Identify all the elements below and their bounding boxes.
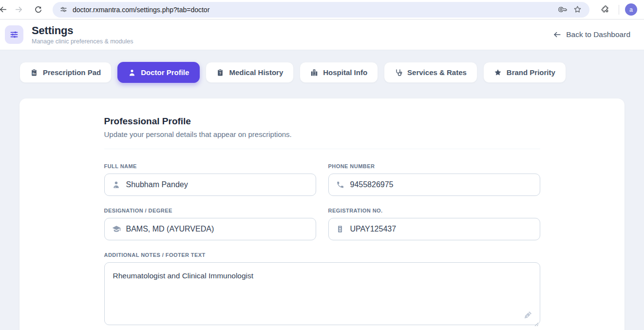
notes-field-group: ADDITIONAL NOTES / FOOTER TEXT Rheumatol… xyxy=(104,252,540,327)
reload-icon xyxy=(34,5,42,14)
notes-label: ADDITIONAL NOTES / FOOTER TEXT xyxy=(104,252,540,258)
tab-services-rates[interactable]: Services & Rates xyxy=(384,62,477,83)
browser-reload-button[interactable] xyxy=(30,2,46,18)
graduation-cap-icon xyxy=(112,225,121,233)
page-header: Settings Manage clinic preferences & mod… xyxy=(0,19,644,50)
tab-brand-priority[interactable]: Brand Priority xyxy=(483,62,566,83)
registration-field-group: REGISTRATION NO. xyxy=(328,208,540,240)
full-name-input[interactable] xyxy=(104,174,316,196)
tab-hospital-info[interactable]: Hospital Info xyxy=(300,62,378,83)
section-subtitle: Update your personal details that appear… xyxy=(104,130,540,138)
password-key-icon[interactable] xyxy=(555,3,570,17)
tab-prescription-pad[interactable]: Rx Prescription Pad xyxy=(19,62,112,83)
section-divider xyxy=(104,149,540,149)
arrow-right-icon xyxy=(14,5,23,14)
back-to-dashboard-link[interactable]: Back to Dashboard xyxy=(553,30,630,39)
extensions-puzzle-icon[interactable] xyxy=(597,2,613,18)
tab-doctor-profile[interactable]: Doctor Profile xyxy=(117,62,200,83)
phone-icon xyxy=(336,181,344,189)
phone-field-group: PHONE NUMBER xyxy=(328,163,540,196)
doctor-profile-card: Professional Profile Update your persona… xyxy=(19,98,625,330)
tab-medical-history[interactable]: ? Medical History xyxy=(206,62,294,83)
site-settings-icon[interactable] xyxy=(59,5,68,14)
full-name-field-group: FULL NAME xyxy=(104,163,316,196)
star-icon xyxy=(494,69,502,77)
toolbar-separator xyxy=(619,5,619,15)
browser-forward-button[interactable] xyxy=(11,2,26,18)
registration-label: REGISTRATION NO. xyxy=(328,208,540,214)
profile-form: FULL NAME PHONE NUMBER DES xyxy=(104,163,540,327)
phone-label: PHONE NUMBER xyxy=(328,163,540,169)
settings-sliders-icon xyxy=(5,25,23,44)
id-badge-icon xyxy=(336,225,344,233)
registration-input[interactable] xyxy=(328,218,540,240)
svg-text:?: ? xyxy=(219,71,221,76)
designation-field-group: DESIGNATION / DEGREE xyxy=(104,208,316,240)
address-bar[interactable] xyxy=(53,2,589,18)
designation-label: DESIGNATION / DEGREE xyxy=(104,208,316,214)
pen-nib-icon xyxy=(524,311,532,321)
page-title: Settings xyxy=(32,24,133,37)
prescription-pad-icon: Rx xyxy=(30,69,38,77)
bookmark-star-icon[interactable] xyxy=(570,3,585,17)
browser-back-button[interactable] xyxy=(0,2,11,18)
arrow-left-icon xyxy=(553,30,562,39)
svg-text:Rx: Rx xyxy=(33,72,36,75)
section-title: Professional Profile xyxy=(104,116,540,127)
phone-input[interactable] xyxy=(328,174,540,196)
arrow-left-icon xyxy=(0,5,8,14)
medical-history-icon: ? xyxy=(216,69,224,77)
browser-profile-avatar[interactable]: a xyxy=(625,3,637,16)
stethoscope-icon xyxy=(395,69,402,77)
resize-handle[interactable] xyxy=(533,320,539,326)
full-name-label: FULL NAME xyxy=(104,163,316,169)
browser-toolbar: a xyxy=(0,0,644,19)
page-subtitle: Manage clinic preferences & modules xyxy=(32,38,133,45)
doctor-icon xyxy=(128,69,136,77)
settings-tab-bar: Rx Prescription Pad Doctor Profile ? Med… xyxy=(19,62,625,83)
notes-textarea[interactable]: Rheumatologist and Clinical Immunologist xyxy=(104,262,540,325)
hospital-icon xyxy=(310,69,318,77)
designation-input[interactable] xyxy=(104,218,316,240)
toolbar-right: a xyxy=(597,2,637,18)
doctor-icon xyxy=(112,181,120,189)
url-input[interactable] xyxy=(73,6,555,14)
